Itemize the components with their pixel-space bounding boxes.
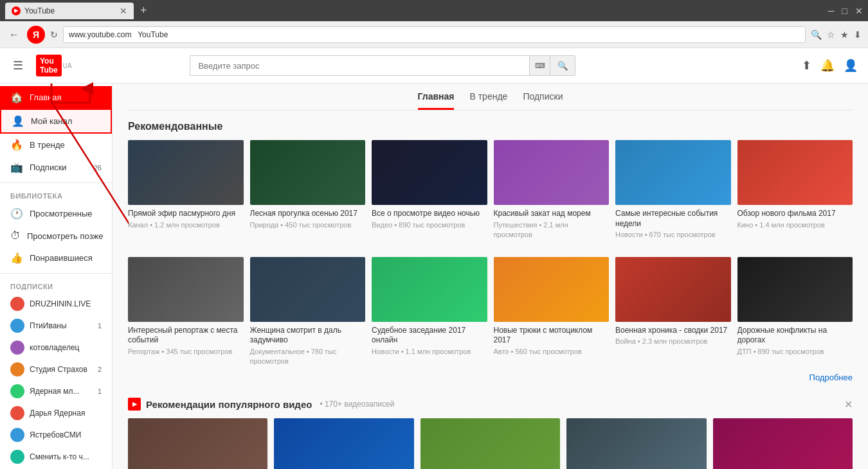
video-card-11[interactable]: Военная хроника - сводки 2017 Война • 2.…: [615, 257, 731, 368]
sidebar-channel-5[interactable]: Ядерная мл... 1: [0, 380, 112, 402]
video-card-10[interactable]: Новые трюки с мотоциклом 2017 Авто • 560…: [494, 257, 610, 368]
video-card-4[interactable]: Красивый закат над морем Путешествия • 2…: [494, 140, 610, 242]
sidebar-channel-8[interactable]: Сменить к-то ч...: [0, 446, 112, 468]
video-meta-4: Путешествия • 2.1 млн просмотров: [494, 220, 610, 240]
sidebar-item-home[interactable]: 🏠 Главная: [0, 86, 112, 109]
search-input[interactable]: [190, 55, 529, 76]
back-button[interactable]: ←: [6, 26, 22, 43]
video-card-3[interactable]: Все о просмотре видео ночью Видео • 890 …: [372, 140, 487, 242]
sidebar-item-watch-later[interactable]: ⏱ Просмотреть позже: [0, 225, 112, 247]
video-card-16[interactable]: Самые Лучшие ФС Дроны 2017, Видео обзор …: [566, 418, 706, 469]
video-card-1[interactable]: Прямой эфир пасмурного дня Канал • 1.2 м…: [128, 140, 244, 242]
tab-home[interactable]: Главная: [418, 91, 455, 110]
video-card-13[interactable]: Рябчик на охотничьей охоте канала Охота …: [128, 418, 267, 469]
address-bar: ← Я ↻ 🔍 ☆ ★ ⬇: [0, 21, 868, 48]
youtube-header: ☰ YouTube UA ⌨ 🔍 ⬆ 🔔 👤: [0, 48, 868, 84]
video-card-8[interactable]: Женщина смотрит в даль задумчиво Докумен…: [250, 257, 366, 368]
star-icon[interactable]: ★: [840, 30, 849, 40]
video-thumb-15: [420, 418, 560, 469]
maximize-icon[interactable]: □: [842, 6, 847, 16]
subscriptions-icon: 📺: [10, 161, 23, 173]
sidebar-subscriptions-label: Подписки: [30, 163, 67, 172]
sidebar-item-subscriptions[interactable]: 📺 Подписки 26: [0, 156, 112, 179]
youtube-logo-sub: UA: [63, 62, 72, 69]
tab-subscriptions[interactable]: Подписки: [523, 91, 563, 110]
section3-sub: • 170+ видеозаписей: [320, 400, 394, 409]
youtube-app: ☰ YouTube UA ⌨ 🔍 ⬆ 🔔 👤 🏠 Главная 👤: [0, 48, 868, 469]
menu-button[interactable]: ☰: [10, 56, 26, 75]
section3-dismiss[interactable]: ✕: [844, 399, 853, 410]
url-input[interactable]: [63, 26, 806, 43]
video-card-14[interactable]: Опасная охота с собакой в лесу 2017 Охот…: [274, 418, 413, 469]
video-card-6[interactable]: Обзор нового фильма 2017 Кино • 1.4 млн …: [737, 140, 853, 242]
sidebar-item-history[interactable]: 🕐 Просмотренные: [0, 202, 112, 225]
more-link[interactable]: Подробнее: [809, 373, 853, 382]
close-icon[interactable]: ✕: [855, 6, 863, 16]
upload-icon[interactable]: ⬆: [802, 58, 811, 73]
youtube-logo-icon: YouTube: [36, 55, 62, 76]
download-icon[interactable]: ⬇: [854, 30, 862, 40]
sidebar-my-channel-label: Мой канал: [31, 116, 72, 126]
video-thumb-9: [372, 257, 487, 322]
browser-tab[interactable]: ▶ YouTube ✕: [5, 3, 134, 19]
watch-later-icon: ⏱: [10, 230, 21, 242]
video-meta-12: ДТП • 890 тыс просмотров: [737, 347, 853, 357]
sidebar-item-liked[interactable]: 👍 Понравившиеся: [0, 247, 112, 269]
video-meta-5: Новости • 670 тыс просмотров: [615, 230, 731, 240]
address-bar-icons: 🔍 ☆ ★ ⬇: [811, 30, 862, 40]
bookmark-icon[interactable]: ☆: [827, 30, 835, 40]
video-info-2: Лесная прогулка осенью 2017 Природа • 45…: [250, 205, 366, 231]
sidebar-item-trending[interactable]: 🔥 В тренде: [0, 134, 112, 156]
refresh-button[interactable]: ↻: [50, 30, 58, 40]
sidebar-channel-3[interactable]: котовладелец: [0, 337, 112, 358]
search-button[interactable]: 🔍: [550, 55, 575, 76]
tab-close-button[interactable]: ✕: [120, 6, 127, 16]
video-card-2[interactable]: Лесная прогулка осенью 2017 Природа • 45…: [250, 140, 366, 242]
sidebar-history-label: Просмотренные: [30, 209, 93, 218]
video-meta-6: Кино • 1.4 млн просмотров: [737, 220, 853, 230]
video-card-5[interactable]: Самые интересные события недели Новости …: [615, 140, 731, 242]
search-icon[interactable]: 🔍: [811, 30, 822, 40]
channel-avatar-2: [10, 319, 24, 333]
video-title-6: Обзор нового фильма 2017: [737, 209, 853, 219]
video-info-4: Красивый закат над морем Путешествия • 2…: [494, 205, 610, 241]
video-info-9: Судебное заседание 2017 онлайн Новости •…: [372, 322, 487, 358]
browser-chrome: ▶ YouTube ✕ + ─ □ ✕: [0, 0, 868, 21]
sidebar-channel-7[interactable]: ЯстребовСМИ: [0, 424, 112, 446]
channel-name-8: Сменить к-то ч...: [30, 452, 102, 461]
channel-name-3: котовладелец: [30, 343, 102, 352]
minimize-icon[interactable]: ─: [828, 6, 835, 16]
account-icon[interactable]: 👤: [844, 58, 858, 73]
sidebar-channel-4[interactable]: Студия Страхов 2: [0, 358, 112, 380]
library-section-title: БИБЛИОТЕКА: [0, 187, 112, 202]
video-meta-2: Природа • 450 тыс просмотров: [250, 220, 366, 230]
video-title-10: Новые трюки с мотоциклом 2017: [494, 326, 610, 346]
keyboard-button[interactable]: ⌨: [529, 55, 550, 76]
section3: ▶ Рекомендации популярного видео • 170+ …: [128, 398, 853, 469]
notification-icon[interactable]: 🔔: [820, 58, 835, 73]
youtube-logo[interactable]: YouTube UA: [36, 55, 72, 76]
new-tab-button[interactable]: +: [140, 4, 147, 17]
video-info-11: Военная хроника - сводки 2017 Война • 2.…: [615, 322, 731, 348]
video-thumb-16: [566, 418, 706, 469]
video-card-15[interactable]: Стрельба из пулемёта на позиции Военные …: [420, 418, 560, 469]
video-card-7[interactable]: Интересный репортаж с места событий Репо…: [128, 257, 244, 368]
tab-trending[interactable]: В тренде: [469, 91, 507, 110]
sidebar-channel-1[interactable]: DRUZHININ.LIVE: [0, 293, 112, 315]
video-thumb-2: [250, 140, 366, 205]
video-card-12[interactable]: Дорожные конфликты на дорогах ДТП • 890 …: [737, 257, 853, 368]
channel-avatar-8: [10, 450, 24, 464]
video-info-1: Прямой эфир пасмурного дня Канал • 1.2 м…: [128, 205, 244, 231]
video-title-7: Интересный репортаж с места событий: [128, 326, 244, 346]
video-card-17[interactable]: Первые разборки с ФС ветром 2017, Видео …: [713, 418, 853, 469]
video-card-9[interactable]: Судебное заседание 2017 онлайн Новости •…: [372, 257, 487, 368]
video-info-3: Все о просмотре видео ночью Видео • 890 …: [372, 205, 487, 231]
sidebar-item-my-channel[interactable]: 👤 Мой канал: [0, 109, 112, 134]
video-title-1: Прямой эфир пасмурного дня: [128, 209, 244, 219]
sidebar-channel-2[interactable]: ПтиИваны 1: [0, 315, 112, 337]
yandex-logo[interactable]: Я: [27, 26, 45, 44]
video-title-5: Самые интересные события недели: [615, 209, 731, 229]
video-title-4: Красивый закат над морем: [494, 209, 610, 219]
section3-title: Рекомендации популярного видео: [146, 399, 312, 410]
sidebar-channel-6[interactable]: Дарья Ядерная: [0, 402, 112, 424]
